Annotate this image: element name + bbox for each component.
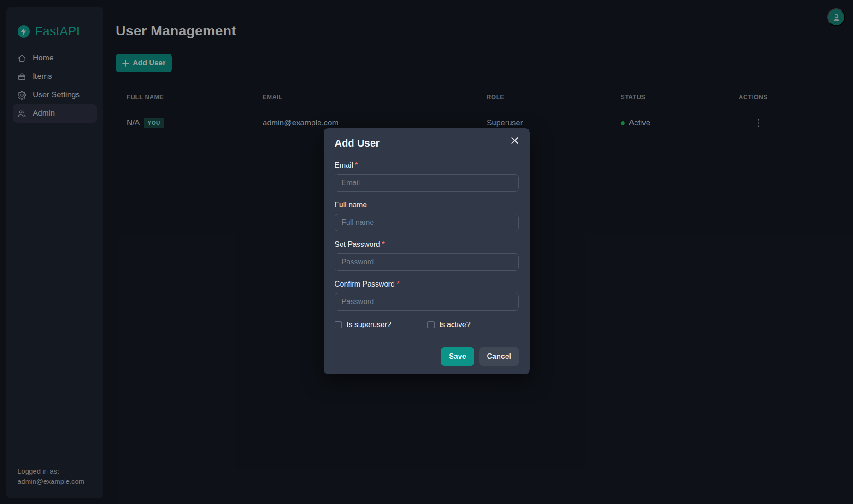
- modal-title: Add User: [335, 137, 519, 149]
- save-button[interactable]: Save: [441, 347, 474, 366]
- email-label-text: Email: [335, 161, 353, 169]
- is-superuser-label: Is superuser?: [347, 321, 391, 329]
- set-password-label-text: Set Password: [335, 240, 380, 248]
- full-name-label-text: Full name: [335, 201, 367, 209]
- required-asterisk: *: [382, 240, 385, 248]
- full-name-field-group: Full name: [335, 201, 519, 231]
- confirm-password-label: Confirm Password*: [335, 280, 519, 288]
- email-field-group: Email*: [335, 161, 519, 192]
- modal-actions: Save Cancel: [335, 347, 519, 366]
- full-name-label: Full name: [335, 201, 519, 209]
- required-asterisk: *: [355, 161, 358, 169]
- email-label: Email*: [335, 161, 519, 170]
- set-password-field-group: Set Password*: [335, 240, 519, 271]
- confirm-password-label-text: Confirm Password: [335, 280, 395, 288]
- is-active-group: Is active?: [427, 321, 471, 329]
- set-password-input[interactable]: [335, 253, 519, 271]
- cancel-button[interactable]: Cancel: [479, 347, 519, 366]
- is-superuser-group: Is superuser?: [335, 321, 427, 329]
- confirm-password-input[interactable]: [335, 293, 519, 311]
- is-superuser-checkbox[interactable]: [335, 321, 342, 328]
- full-name-input[interactable]: [335, 214, 519, 231]
- close-icon: [511, 136, 519, 145]
- email-input[interactable]: [335, 174, 519, 192]
- set-password-label: Set Password*: [335, 240, 519, 249]
- add-user-modal: Add User Email* Full name Set Password* …: [324, 128, 530, 374]
- is-active-checkbox[interactable]: [427, 321, 435, 328]
- is-active-label: Is active?: [439, 321, 471, 329]
- required-asterisk: *: [397, 280, 400, 288]
- confirm-password-field-group: Confirm Password*: [335, 280, 519, 311]
- modal-close-button[interactable]: [509, 135, 521, 147]
- checkbox-row: Is superuser? Is active?: [335, 321, 519, 329]
